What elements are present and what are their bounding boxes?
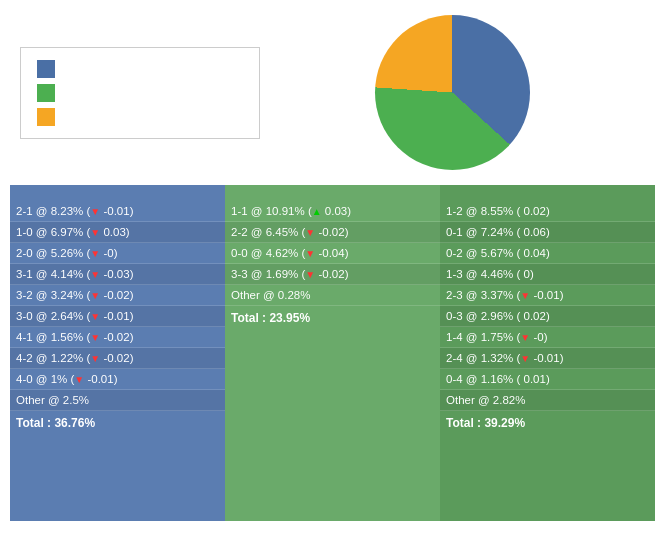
pie-chart-container [260,15,645,170]
table-row: 2-3 @ 3.37% (▼ -0.01) [440,285,655,306]
table-row: 1-3 @ 4.46% ( 0) [440,264,655,285]
table-row: 1-0 @ 6.97% (▼ 0.03) [10,222,225,243]
table-row: 4-2 @ 1.22% (▼ -0.02) [10,348,225,369]
draw-color-swatch [37,108,55,126]
table-row: 4-0 @ 1% (▼ -0.01) [10,369,225,390]
table-row: 0-3 @ 2.96% ( 0.02) [440,306,655,327]
legend-item-united [37,84,243,102]
united-column-header [440,185,655,201]
table-body: 2-1 @ 8.23% (▼ -0.01)1-0 @ 6.97% (▼ 0.03… [10,201,655,521]
table-row: 3-0 @ 2.64% (▼ -0.01) [10,306,225,327]
table-row: Total : 23.95% [225,306,440,330]
fulham-column-header [10,185,225,201]
table-row: 3-3 @ 1.69% (▼ -0.02) [225,264,440,285]
table-row: 2-1 @ 8.23% (▼ -0.01) [10,201,225,222]
table-row: 3-2 @ 3.24% (▼ -0.02) [10,285,225,306]
table-row: 1-2 @ 8.55% ( 0.02) [440,201,655,222]
table-row: 3-1 @ 4.14% (▼ -0.03) [10,264,225,285]
results-table: 2-1 @ 8.23% (▼ -0.01)1-0 @ 6.97% (▼ 0.03… [10,185,655,521]
fulham-color-swatch [37,60,55,78]
legend-box [20,47,260,139]
draw-column-header [225,185,440,201]
table-row: 0-4 @ 1.16% ( 0.01) [440,369,655,390]
table-row: 2-4 @ 1.32% (▼ -0.01) [440,348,655,369]
table-row: Other @ 2.82% [440,390,655,411]
legend-item-draw [37,108,243,126]
table-row: 0-1 @ 7.24% ( 0.06) [440,222,655,243]
table-row: 0-0 @ 4.62% (▼ -0.04) [225,243,440,264]
fulham-column: 2-1 @ 8.23% (▼ -0.01)1-0 @ 6.97% (▼ 0.03… [10,201,225,521]
table-row: Other @ 2.5% [10,390,225,411]
table-row: 0-2 @ 5.67% ( 0.04) [440,243,655,264]
legend-item-fulham [37,60,243,78]
table-row: 1-4 @ 1.75% (▼ -0) [440,327,655,348]
table-row: 2-0 @ 5.26% (▼ -0) [10,243,225,264]
draw-column: 1-1 @ 10.91% (▲ 0.03)2-2 @ 6.45% (▼ -0.0… [225,201,440,521]
table-row: 2-2 @ 6.45% (▼ -0.02) [225,222,440,243]
table-row: Total : 36.76% [10,411,225,435]
table-row: 4-1 @ 1.56% (▼ -0.02) [10,327,225,348]
united-column: 1-2 @ 8.55% ( 0.02)0-1 @ 7.24% ( 0.06)0-… [440,201,655,521]
table-row: Total : 39.29% [440,411,655,435]
united-color-swatch [37,84,55,102]
table-header [10,185,655,201]
table-row: Other @ 0.28% [225,285,440,306]
pie-chart [375,15,530,170]
table-row: 1-1 @ 10.91% (▲ 0.03) [225,201,440,222]
